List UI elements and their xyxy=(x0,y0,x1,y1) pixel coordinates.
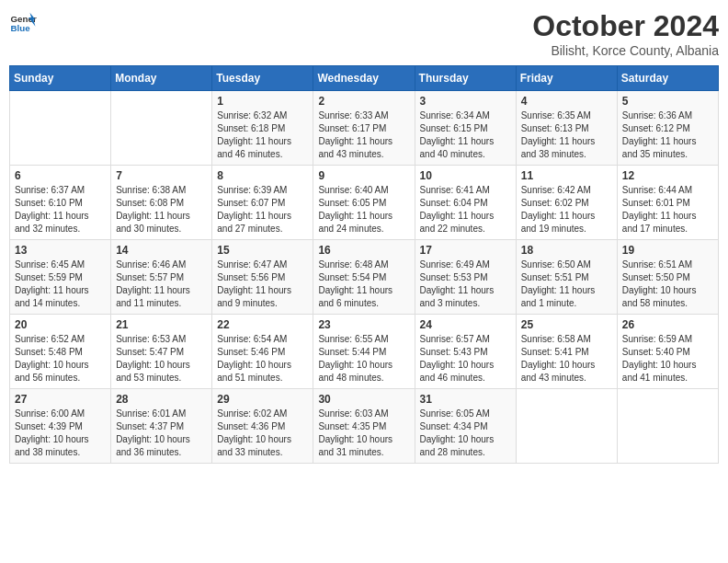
day-details: Sunrise: 6:41 AMSunset: 6:04 PMDaylight:… xyxy=(420,184,511,236)
col-sunday: Sunday xyxy=(10,66,111,91)
day-cell: 16Sunrise: 6:48 AMSunset: 5:54 PMDayligh… xyxy=(313,240,415,315)
day-number: 27 xyxy=(15,393,106,406)
day-details: Sunrise: 6:05 AMSunset: 4:34 PMDaylight:… xyxy=(420,408,511,459)
col-monday: Monday xyxy=(111,66,212,91)
day-details: Sunrise: 6:36 AMSunset: 6:12 PMDaylight:… xyxy=(622,109,713,161)
day-details: Sunrise: 6:52 AMSunset: 5:48 PMDaylight:… xyxy=(15,333,106,385)
day-cell: 24Sunrise: 6:57 AMSunset: 5:43 PMDayligh… xyxy=(415,315,516,389)
day-details: Sunrise: 6:49 AMSunset: 5:53 PMDaylight:… xyxy=(420,259,511,310)
day-details: Sunrise: 6:59 AMSunset: 5:40 PMDaylight:… xyxy=(622,333,713,385)
day-details: Sunrise: 6:35 AMSunset: 6:13 PMDaylight:… xyxy=(521,109,612,161)
col-saturday: Saturday xyxy=(617,66,718,91)
day-details: Sunrise: 6:51 AMSunset: 5:50 PMDaylight:… xyxy=(622,259,713,310)
day-cell: 1Sunrise: 6:32 AMSunset: 6:18 PMDaylight… xyxy=(212,91,313,166)
day-cell: 26Sunrise: 6:59 AMSunset: 5:40 PMDayligh… xyxy=(617,315,718,389)
col-friday: Friday xyxy=(516,66,617,91)
day-cell xyxy=(516,389,617,464)
day-number: 22 xyxy=(217,318,308,331)
day-number: 7 xyxy=(116,169,207,182)
logo: General Blue xyxy=(9,9,37,37)
day-cell: 9Sunrise: 6:40 AMSunset: 6:05 PMDaylight… xyxy=(313,166,415,240)
day-details: Sunrise: 6:03 AMSunset: 4:35 PMDaylight:… xyxy=(318,408,409,459)
day-number: 24 xyxy=(420,318,511,331)
day-number: 9 xyxy=(318,169,409,182)
day-cell: 19Sunrise: 6:51 AMSunset: 5:50 PMDayligh… xyxy=(617,240,718,315)
day-cell: 29Sunrise: 6:02 AMSunset: 4:36 PMDayligh… xyxy=(212,389,313,464)
col-tuesday: Tuesday xyxy=(212,66,313,91)
day-details: Sunrise: 6:47 AMSunset: 5:56 PMDaylight:… xyxy=(217,259,308,310)
day-details: Sunrise: 6:58 AMSunset: 5:41 PMDaylight:… xyxy=(521,333,612,385)
day-details: Sunrise: 6:00 AMSunset: 4:39 PMDaylight:… xyxy=(15,408,106,459)
day-number: 25 xyxy=(521,318,612,331)
day-number: 21 xyxy=(116,318,207,331)
calendar-subtitle: Bilisht, Korce County, Albania xyxy=(532,43,719,58)
day-cell: 30Sunrise: 6:03 AMSunset: 4:35 PMDayligh… xyxy=(313,389,415,464)
day-cell: 5Sunrise: 6:36 AMSunset: 6:12 PMDaylight… xyxy=(617,91,718,166)
day-cell: 4Sunrise: 6:35 AMSunset: 6:13 PMDaylight… xyxy=(516,91,617,166)
day-cell: 21Sunrise: 6:53 AMSunset: 5:47 PMDayligh… xyxy=(111,315,212,389)
day-cell: 20Sunrise: 6:52 AMSunset: 5:48 PMDayligh… xyxy=(10,315,111,389)
day-number: 4 xyxy=(521,95,612,108)
day-cell: 2Sunrise: 6:33 AMSunset: 6:17 PMDaylight… xyxy=(313,91,415,166)
day-details: Sunrise: 6:37 AMSunset: 6:10 PMDaylight:… xyxy=(15,184,106,236)
day-cell: 3Sunrise: 6:34 AMSunset: 6:15 PMDaylight… xyxy=(415,91,516,166)
page-header: General Blue October 2024 Bilisht, Korce… xyxy=(9,9,719,58)
day-number: 18 xyxy=(521,244,612,257)
day-number: 8 xyxy=(217,169,308,182)
logo-icon: General Blue xyxy=(9,9,37,37)
day-number: 2 xyxy=(318,95,409,108)
day-cell: 6Sunrise: 6:37 AMSunset: 6:10 PMDaylight… xyxy=(10,166,111,240)
day-cell: 10Sunrise: 6:41 AMSunset: 6:04 PMDayligh… xyxy=(415,166,516,240)
day-number: 15 xyxy=(217,244,308,257)
day-number: 29 xyxy=(217,393,308,406)
day-cell xyxy=(617,389,718,464)
day-details: Sunrise: 6:45 AMSunset: 5:59 PMDaylight:… xyxy=(15,259,106,310)
day-number: 26 xyxy=(622,318,713,331)
day-cell: 27Sunrise: 6:00 AMSunset: 4:39 PMDayligh… xyxy=(10,389,111,464)
week-row-5: 27Sunrise: 6:00 AMSunset: 4:39 PMDayligh… xyxy=(10,389,719,464)
day-number: 11 xyxy=(521,169,612,182)
week-row-3: 13Sunrise: 6:45 AMSunset: 5:59 PMDayligh… xyxy=(10,240,719,315)
day-cell: 7Sunrise: 6:38 AMSunset: 6:08 PMDaylight… xyxy=(111,166,212,240)
col-wednesday: Wednesday xyxy=(313,66,415,91)
day-details: Sunrise: 6:02 AMSunset: 4:36 PMDaylight:… xyxy=(217,408,308,459)
day-cell: 11Sunrise: 6:42 AMSunset: 6:02 PMDayligh… xyxy=(516,166,617,240)
day-number: 6 xyxy=(15,169,106,182)
svg-text:Blue: Blue xyxy=(11,23,31,33)
day-number: 17 xyxy=(420,244,511,257)
day-details: Sunrise: 6:01 AMSunset: 4:37 PMDaylight:… xyxy=(116,408,207,459)
day-number: 16 xyxy=(318,244,409,257)
week-row-4: 20Sunrise: 6:52 AMSunset: 5:48 PMDayligh… xyxy=(10,315,719,389)
day-number: 31 xyxy=(420,393,511,406)
day-details: Sunrise: 6:34 AMSunset: 6:15 PMDaylight:… xyxy=(420,109,511,161)
day-cell: 31Sunrise: 6:05 AMSunset: 4:34 PMDayligh… xyxy=(415,389,516,464)
day-number: 30 xyxy=(318,393,409,406)
day-cell: 28Sunrise: 6:01 AMSunset: 4:37 PMDayligh… xyxy=(111,389,212,464)
day-details: Sunrise: 6:48 AMSunset: 5:54 PMDaylight:… xyxy=(318,259,409,310)
day-cell: 17Sunrise: 6:49 AMSunset: 5:53 PMDayligh… xyxy=(415,240,516,315)
day-cell: 14Sunrise: 6:46 AMSunset: 5:57 PMDayligh… xyxy=(111,240,212,315)
day-number: 3 xyxy=(420,95,511,108)
day-number: 13 xyxy=(15,244,106,257)
day-number: 5 xyxy=(622,95,713,108)
day-cell: 25Sunrise: 6:58 AMSunset: 5:41 PMDayligh… xyxy=(516,315,617,389)
day-cell: 15Sunrise: 6:47 AMSunset: 5:56 PMDayligh… xyxy=(212,240,313,315)
week-row-2: 6Sunrise: 6:37 AMSunset: 6:10 PMDaylight… xyxy=(10,166,719,240)
day-cell: 13Sunrise: 6:45 AMSunset: 5:59 PMDayligh… xyxy=(10,240,111,315)
day-details: Sunrise: 6:33 AMSunset: 6:17 PMDaylight:… xyxy=(318,109,409,161)
day-number: 23 xyxy=(318,318,409,331)
title-area: October 2024 Bilisht, Korce County, Alba… xyxy=(532,9,719,58)
day-details: Sunrise: 6:54 AMSunset: 5:46 PMDaylight:… xyxy=(217,333,308,385)
day-details: Sunrise: 6:38 AMSunset: 6:08 PMDaylight:… xyxy=(116,184,207,236)
day-details: Sunrise: 6:44 AMSunset: 6:01 PMDaylight:… xyxy=(622,184,713,236)
day-number: 19 xyxy=(622,244,713,257)
day-number: 10 xyxy=(420,169,511,182)
day-cell: 8Sunrise: 6:39 AMSunset: 6:07 PMDaylight… xyxy=(212,166,313,240)
day-details: Sunrise: 6:40 AMSunset: 6:05 PMDaylight:… xyxy=(318,184,409,236)
day-number: 14 xyxy=(116,244,207,257)
calendar-title: October 2024 xyxy=(532,9,719,43)
day-cell xyxy=(111,91,212,166)
day-number: 12 xyxy=(622,169,713,182)
day-details: Sunrise: 6:32 AMSunset: 6:18 PMDaylight:… xyxy=(217,109,308,161)
day-details: Sunrise: 6:57 AMSunset: 5:43 PMDaylight:… xyxy=(420,333,511,385)
